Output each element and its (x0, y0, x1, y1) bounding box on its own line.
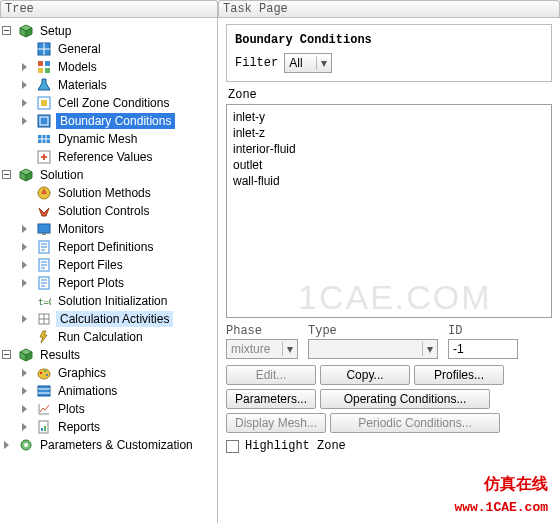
chevron-right-icon[interactable] (22, 225, 27, 233)
zone-listbox[interactable]: inlet-y inlet-z interior-fluid outlet wa… (226, 104, 552, 318)
svg-rect-5 (45, 61, 50, 66)
film-icon (36, 383, 52, 399)
tree-materials[interactable]: Materials (34, 76, 217, 94)
operating-conditions-button[interactable]: Operating Conditions... (320, 389, 490, 409)
chevron-right-icon[interactable] (22, 279, 27, 287)
chevron-right-icon[interactable] (22, 315, 27, 323)
methods-icon (36, 185, 52, 201)
chevron-right-icon[interactable] (22, 99, 27, 107)
tree-dynamic-mesh[interactable]: Dynamic Mesh (34, 130, 217, 148)
periodic-conditions-button[interactable]: Periodic Conditions... (330, 413, 500, 433)
chevron-right-icon[interactable] (22, 81, 27, 89)
report-icon (36, 419, 52, 435)
tree-graphics[interactable]: Graphics (34, 364, 217, 382)
type-combo[interactable]: ▾ (308, 339, 438, 359)
svg-rect-6 (38, 68, 43, 73)
checkbox-label: Highlight Zone (245, 439, 346, 453)
list-item[interactable]: wall-fluid (231, 173, 547, 189)
list-item[interactable]: inlet-z (231, 125, 547, 141)
chevron-right-icon[interactable] (22, 261, 27, 269)
edit-button[interactable]: Edit... (226, 365, 316, 385)
zone-label: Zone (228, 88, 552, 102)
tree-report-files[interactable]: Report Files (34, 256, 217, 274)
boundary-conditions-group: Boundary Conditions Filter All ▾ (226, 24, 552, 82)
group-title: Boundary Conditions (235, 33, 543, 47)
highlight-zone-checkbox[interactable]: Highlight Zone (226, 439, 552, 453)
chevron-right-icon[interactable] (22, 63, 27, 71)
tree-run-calculation[interactable]: Run Calculation (34, 328, 217, 346)
tree-label: Setup (38, 23, 73, 39)
plot-icon (36, 401, 52, 417)
expand-icon[interactable] (2, 350, 11, 359)
chevron-right-icon[interactable] (4, 441, 9, 449)
chevron-right-icon[interactable] (22, 117, 27, 125)
chevron-right-icon[interactable] (22, 243, 27, 251)
tree-label: Boundary Conditions (56, 113, 175, 129)
svg-text:t=0: t=0 (38, 297, 51, 307)
chevron-down-icon: ▾ (422, 342, 433, 356)
tree-setup[interactable]: Setup (16, 22, 217, 40)
tree-label: Reference Values (56, 149, 155, 165)
tree-parameters-customization[interactable]: Parameters & Customization (16, 436, 217, 454)
task-panel-header: Task Page (218, 0, 560, 17)
type-label: Type (308, 324, 438, 338)
watermark-cn: 仿真在线 (484, 474, 548, 495)
svg-rect-19 (42, 233, 46, 235)
tree-label: Materials (56, 77, 109, 93)
filter-value: All (289, 56, 302, 70)
phase-value: mixture (231, 342, 270, 356)
controls-icon (36, 203, 52, 219)
calcact-icon (36, 311, 52, 327)
tree-label: Dynamic Mesh (56, 131, 139, 147)
tree-label: Animations (56, 383, 119, 399)
tree-general[interactable]: General (34, 40, 217, 58)
tree-boundary-conditions[interactable]: Boundary Conditions (34, 112, 217, 130)
page-icon (36, 275, 52, 291)
svg-point-28 (38, 369, 50, 379)
tree-reference-values[interactable]: Reference Values (34, 148, 217, 166)
filter-combo[interactable]: All ▾ (284, 53, 332, 73)
tree-solution[interactable]: Solution (16, 166, 217, 184)
display-mesh-button[interactable]: Display Mesh... (226, 413, 326, 433)
tree-calc-activities[interactable]: Calculation Activities (34, 310, 217, 328)
id-field[interactable] (448, 339, 518, 359)
phase-combo[interactable]: mixture ▾ (226, 339, 298, 359)
tree-models[interactable]: Models (34, 58, 217, 76)
chevron-right-icon[interactable] (22, 369, 27, 377)
tree-plots[interactable]: Plots (34, 400, 217, 418)
tree-animations[interactable]: Animations (34, 382, 217, 400)
boundary-icon (36, 113, 52, 129)
tree-label: Solution Controls (56, 203, 151, 219)
list-item[interactable]: interior-fluid (231, 141, 547, 157)
tree-solution-controls[interactable]: Solution Controls (34, 202, 217, 220)
phase-label: Phase (226, 324, 298, 338)
tree-label: Reports (56, 419, 102, 435)
profiles-button[interactable]: Profiles... (414, 365, 504, 385)
tree-solution-init[interactable]: t=0Solution Initialization (34, 292, 217, 310)
chevron-right-icon[interactable] (22, 405, 27, 413)
tree-label: Report Definitions (56, 239, 155, 255)
expand-icon[interactable] (2, 26, 11, 35)
tree-label: Report Files (56, 257, 125, 273)
tree-report-definitions[interactable]: Report Definitions (34, 238, 217, 256)
chevron-right-icon[interactable] (22, 423, 27, 431)
chevron-down-icon: ▾ (282, 342, 293, 356)
tree-label: Run Calculation (56, 329, 145, 345)
tree-label: Plots (56, 401, 87, 417)
tree-report-plots[interactable]: Report Plots (34, 274, 217, 292)
tree-cell-zone[interactable]: Cell Zone Conditions (34, 94, 217, 112)
refval-icon (36, 149, 52, 165)
expand-icon[interactable] (2, 170, 11, 179)
parameters-button[interactable]: Parameters... (226, 389, 316, 409)
tree-reports[interactable]: Reports (34, 418, 217, 436)
tree-monitors[interactable]: Monitors (34, 220, 217, 238)
list-item[interactable]: inlet-y (231, 109, 547, 125)
list-item[interactable]: outlet (231, 157, 547, 173)
svg-rect-18 (38, 224, 50, 233)
tree-results[interactable]: Results (16, 346, 217, 364)
copy-button[interactable]: Copy... (320, 365, 410, 385)
tree-solution-methods[interactable]: Solution Methods (34, 184, 217, 202)
svg-point-37 (24, 443, 28, 447)
chevron-right-icon[interactable] (22, 387, 27, 395)
checkbox-icon (226, 440, 239, 453)
